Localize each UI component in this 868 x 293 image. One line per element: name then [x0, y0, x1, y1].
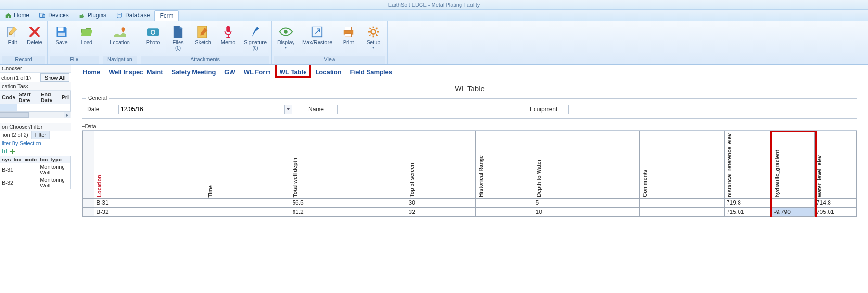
menu-plugins-label: Plugins — [88, 12, 106, 19]
window-title: EarthSoft EDGE - Metal Plating Facility — [388, 2, 480, 8]
display-button[interactable]: Display ▾ — [274, 22, 298, 52]
file-icon — [170, 24, 186, 40]
scrollbar-thumb[interactable] — [0, 112, 29, 118]
col-location[interactable]: Location — [94, 131, 205, 199]
show-all-button[interactable]: Show All — [40, 73, 69, 82]
maxrestore-label: Max/Restore — [302, 40, 332, 45]
tab-gw[interactable]: GW — [223, 67, 236, 77]
tab-field-samples[interactable]: Field Samples — [349, 67, 393, 77]
signature-button[interactable]: Signature (0) — [241, 22, 269, 53]
tab-well-inspect[interactable]: Well Inspec_Maint — [108, 67, 164, 77]
col-time[interactable]: Time — [205, 131, 290, 199]
name-input[interactable] — [337, 105, 515, 114]
menu-database[interactable]: Database — [111, 10, 154, 21]
location-button[interactable]: Location — [103, 22, 137, 47]
col-total-well-depth[interactable]: Total well depth — [290, 131, 407, 199]
col-label: Time — [207, 185, 213, 197]
sketch-label: Sketch — [195, 40, 211, 45]
sketch-button[interactable]: Sketch — [191, 22, 215, 47]
svg-rect-10 — [226, 26, 230, 32]
menu-form[interactable]: Form — [154, 10, 179, 21]
ribbon-label-record: Record — [2, 56, 45, 64]
cell[interactable] — [475, 199, 534, 208]
files-button[interactable]: Files (0) — [166, 22, 190, 53]
task-header-end[interactable]: End Date — [39, 91, 60, 104]
cell[interactable] — [205, 208, 290, 217]
cell[interactable] — [772, 199, 814, 208]
cell[interactable]: 705.01 — [814, 208, 856, 217]
grid-header-sysloc[interactable]: sys_loc_code — [0, 156, 38, 163]
tab-location[interactable]: Location — [314, 67, 342, 77]
chevron-down-icon: ▾ — [372, 45, 374, 50]
date-input[interactable] — [118, 105, 284, 114]
col-hydraulic-gradient[interactable]: hydraulic_gradient — [772, 131, 814, 199]
task-header-code[interactable]: Code — [0, 91, 17, 104]
cell[interactable]: 5 — [534, 199, 639, 208]
hscrollbar[interactable] — [0, 111, 71, 118]
photo-button[interactable]: Photo — [141, 22, 165, 47]
general-legend: General — [86, 95, 109, 101]
cell[interactable]: 10 — [534, 208, 639, 217]
setup-button[interactable]: Setup ▾ — [361, 22, 385, 52]
cell[interactable]: 56.5 — [290, 199, 407, 208]
cell[interactable]: 714.8 — [814, 199, 856, 208]
scroll-right-icon[interactable] — [64, 112, 70, 118]
col-top-of-screen[interactable]: Top of screen — [407, 131, 475, 199]
cell[interactable]: B-31 — [94, 199, 205, 208]
print-button[interactable]: Print — [336, 22, 360, 47]
maxrestore-button[interactable]: Max/Restore — [299, 22, 335, 47]
cell[interactable] — [205, 199, 290, 208]
row-handle[interactable] — [83, 208, 94, 217]
cell[interactable]: 715.01 — [724, 208, 772, 217]
memo-button[interactable]: Memo — [216, 22, 240, 47]
menu-devices[interactable]: Devices — [34, 10, 74, 21]
chevron-down-icon[interactable] — [284, 105, 292, 114]
task-header-pri[interactable]: Pri — [60, 91, 71, 104]
col-historical-range[interactable]: Historical Range — [475, 131, 534, 199]
form-tabs: Home Well Inspec_Maint Safety Meeting GW… — [71, 65, 868, 78]
filter-tab[interactable]: Filter — [32, 131, 50, 139]
cell[interactable] — [475, 208, 534, 217]
cell[interactable]: 30 — [407, 199, 475, 208]
location-label: Location — [110, 40, 130, 45]
map-icon — [112, 24, 128, 40]
task-cell[interactable] — [0, 104, 17, 111]
task-cell[interactable] — [60, 104, 71, 111]
plus-icon[interactable] — [10, 148, 15, 154]
menu-home[interactable]: Home — [0, 10, 34, 21]
table-row[interactable]: B-31 56.5 30 5 719.8 714.8 — [83, 199, 857, 208]
cell[interactable]: B-32 — [94, 208, 205, 217]
cell[interactable] — [639, 199, 724, 208]
date-combo[interactable] — [116, 105, 294, 114]
cell[interactable]: 32 — [407, 208, 475, 217]
task-header-start[interactable]: Start Date — [17, 91, 39, 104]
delete-button[interactable]: Delete — [24, 22, 45, 47]
tab-wl-table[interactable]: WL Table — [279, 67, 308, 77]
menu-plugins[interactable]: Plugins — [74, 10, 111, 21]
row-handle[interactable] — [83, 199, 94, 208]
task-cell[interactable] — [39, 104, 60, 111]
bars-icon[interactable] — [2, 148, 8, 154]
tab-home[interactable]: Home — [82, 67, 101, 77]
grid-row[interactable]: B-32 Monitoring Well — [0, 176, 71, 189]
edit-button[interactable]: Edit — [2, 22, 23, 47]
col-water-level-elev[interactable]: water_level_elev — [814, 131, 856, 199]
cell[interactable] — [639, 208, 724, 217]
table-row[interactable]: B-32 61.2 32 10 715.01 -9.790 705.01 — [83, 208, 857, 217]
cell-selected[interactable]: -9.790 — [772, 208, 814, 217]
task-cell[interactable] — [17, 104, 39, 111]
load-button[interactable]: Load — [75, 22, 99, 47]
col-comments[interactable]: Comments — [639, 131, 724, 199]
filter-by-selection[interactable]: ilter By Selection — [0, 139, 71, 147]
cell[interactable]: 719.8 — [724, 199, 772, 208]
save-button[interactable]: Save — [50, 22, 74, 47]
col-depth-to-water[interactable]: Depth to Water — [534, 131, 639, 199]
grid-row[interactable]: B-31 Monitoring Well — [0, 163, 71, 176]
equipment-input[interactable] — [568, 105, 852, 114]
svg-point-8 — [152, 30, 155, 34]
grid-header-loctype[interactable]: loc_type — [38, 156, 71, 163]
col-historical-ref-elev[interactable]: historical_reference_elev — [724, 131, 772, 199]
cell[interactable]: 61.2 — [290, 208, 407, 217]
tab-safety[interactable]: Safety Meeting — [171, 67, 217, 77]
tab-wl-form[interactable]: WL Form — [243, 67, 272, 77]
